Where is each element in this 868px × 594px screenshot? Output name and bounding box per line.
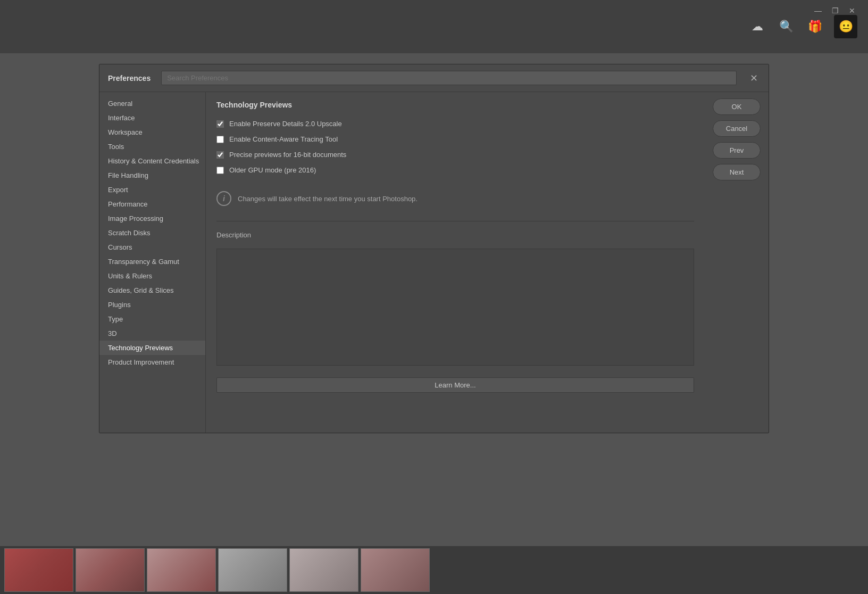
prev-button[interactable]: Prev (713, 142, 761, 159)
checkbox-label-content-aware: Enable Content-Aware Tracing Tool (229, 135, 338, 143)
search-input[interactable] (161, 71, 737, 85)
checkbox-older-gpu[interactable] (216, 167, 224, 174)
sidebar-item-type[interactable]: Type (99, 312, 205, 326)
window-controls: — ❐ ✕ (813, 5, 857, 16)
checkbox-group: Enable Preserve Details 2.0 Upscale Enab… (216, 120, 694, 174)
description-box (216, 249, 694, 366)
thumbnail-6[interactable] (361, 548, 430, 592)
sidebar-item-units-rulers[interactable]: Units & Rulers (99, 269, 205, 283)
checkbox-item-older-gpu[interactable]: Older GPU mode (pre 2016) (216, 166, 694, 174)
search-icon[interactable]: 🔍 (777, 17, 796, 36)
checkbox-label-older-gpu: Older GPU mode (pre 2016) (229, 166, 316, 174)
sidebar-item-technology-previews[interactable]: Technology Previews (99, 341, 205, 355)
next-button[interactable]: Next (713, 164, 761, 180)
sidebar-item-product-improvement[interactable]: Product Improvement (99, 355, 205, 369)
thumbnail-5[interactable] (289, 548, 358, 592)
sidebar-item-interface[interactable]: Interface (99, 111, 205, 125)
sidebar-item-workspace[interactable]: Workspace (99, 125, 205, 139)
sidebar-item-performance[interactable]: Performance (99, 197, 205, 211)
checkbox-label-precise-previews: Precise previews for 16-bit documents (229, 151, 346, 159)
sidebar-item-image-processing[interactable]: Image Processing (99, 211, 205, 226)
bottom-thumbnail-bar (0, 546, 868, 594)
checkbox-preserve-details[interactable] (216, 120, 224, 128)
gift-icon[interactable]: 🎁 (805, 17, 824, 36)
checkbox-precise-previews[interactable] (216, 151, 224, 159)
sidebar-item-tools[interactable]: Tools (99, 139, 205, 154)
cancel-button[interactable]: Cancel (713, 120, 761, 137)
toolbar-icons: ☁ 🔍 🎁 😐 (748, 15, 857, 38)
learn-more-button[interactable]: Learn More... (216, 377, 694, 393)
ok-button[interactable]: OK (713, 98, 761, 115)
sidebar-item-3d[interactable]: 3D (99, 326, 205, 341)
sidebar-item-cursors[interactable]: Cursors (99, 240, 205, 254)
close-window-button[interactable]: ✕ (847, 5, 857, 16)
info-icon: i (216, 191, 231, 206)
sidebar-item-plugins[interactable]: Plugins (99, 298, 205, 312)
info-text: Changes will take effect the next time y… (238, 195, 418, 203)
maximize-button[interactable]: ❐ (830, 5, 840, 16)
sidebar-item-general[interactable]: General (99, 96, 205, 111)
sidebar-item-file-handling[interactable]: File Handling (99, 168, 205, 183)
thumbnail-3[interactable] (147, 548, 216, 592)
sidebar-item-guides-grid[interactable]: Guides, Grid & Slices (99, 283, 205, 298)
dialog-body: General Interface Workspace Tools Histor… (99, 92, 769, 433)
sidebar-item-export[interactable]: Export (99, 183, 205, 197)
checkbox-item-content-aware[interactable]: Enable Content-Aware Tracing Tool (216, 135, 694, 143)
help-icon[interactable]: 😐 (834, 15, 857, 38)
main-background: Preferences ✕ General Interface Workspac… (0, 53, 868, 546)
minimize-button[interactable]: — (813, 5, 823, 16)
sidebar-item-scratch-disks[interactable]: Scratch Disks (99, 226, 205, 240)
section-title: Technology Previews (216, 101, 694, 109)
dialog-close-button[interactable]: ✕ (747, 72, 760, 85)
sidebar: General Interface Workspace Tools Histor… (99, 92, 206, 433)
right-buttons: OK Cancel Prev Next (705, 92, 769, 433)
checkbox-item-precise-previews[interactable]: Precise previews for 16-bit documents (216, 151, 694, 159)
sidebar-item-transparency-gamut[interactable]: Transparency & Gamut (99, 254, 205, 269)
thumbnail-2[interactable] (76, 548, 145, 592)
cloud-icon[interactable]: ☁ (748, 17, 767, 36)
checkbox-label-preserve-details: Enable Preserve Details 2.0 Upscale (229, 120, 342, 128)
dialog-header: Preferences ✕ (99, 64, 769, 92)
top-bar: — ❐ ✕ ☁ 🔍 🎁 😐 (0, 0, 868, 53)
info-notice: i Changes will take effect the next time… (216, 186, 694, 211)
content-area: Technology Previews Enable Preserve Deta… (206, 92, 705, 433)
thumbnail-1[interactable] (4, 548, 73, 592)
checkbox-content-aware[interactable] (216, 136, 224, 143)
checkbox-item-preserve-details[interactable]: Enable Preserve Details 2.0 Upscale (216, 120, 694, 128)
description-label: Description (216, 231, 694, 239)
search-area (161, 71, 737, 85)
divider (216, 221, 694, 221)
dialog-title: Preferences (108, 74, 151, 82)
preferences-dialog: Preferences ✕ General Interface Workspac… (99, 64, 769, 433)
sidebar-item-history[interactable]: History & Content Credentials (99, 154, 205, 168)
thumbnail-4[interactable] (218, 548, 287, 592)
